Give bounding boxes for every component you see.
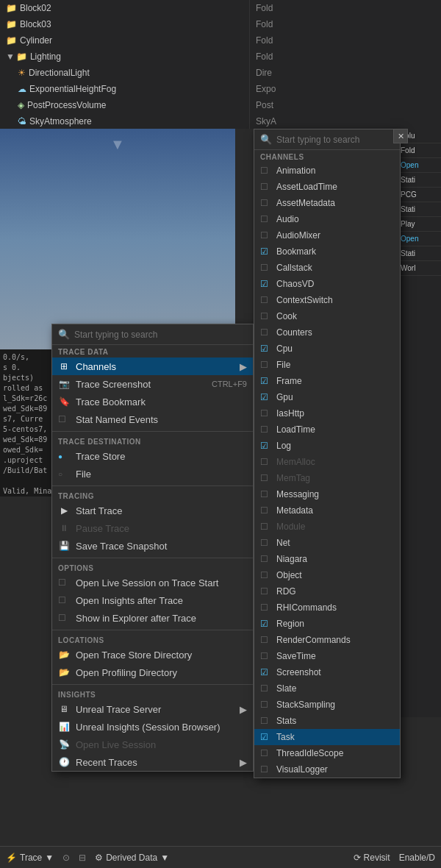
main-menu-search-input[interactable] (74, 330, 247, 340)
insights-icon: 📊 (58, 721, 70, 733)
channel-item-screenshot[interactable]: ☑Screenshot (254, 664, 400, 680)
trace-toolbar-btn[interactable]: ⚡ Trace ▼ (6, 853, 54, 863)
menu-item-trace-screenshot[interactable]: 📷 Trace Screenshot CTRL+F9 (52, 375, 253, 393)
play-icon: ▶ (58, 505, 70, 516)
circle-btn-2[interactable]: ⊟ (79, 853, 86, 863)
menu-item-stat-named-events[interactable]: ☐ Stat Named Events (52, 410, 253, 428)
channel-item-chaosvd[interactable]: ☑ChaosVD (254, 276, 400, 292)
menu-item-open-profiling-dir[interactable]: 📂 Open Profiling Directory (52, 664, 253, 681)
menu-item-recent-traces[interactable]: 🕐 Recent Traces ▶ (52, 753, 253, 771)
channel-label-frame: Frame (276, 376, 394, 386)
channel-label-savetime: SaveTime (276, 651, 394, 661)
unreal-trace-server-label: Unreal Trace Server (76, 704, 237, 715)
tree-item-block02[interactable]: 📁 Block02 (0, 0, 249, 16)
channel-item-region[interactable]: ☑Region (254, 616, 400, 632)
channel-item-task[interactable]: ☑Task (254, 729, 400, 745)
channel-item-iashttp[interactable]: ☐IasHttp (254, 405, 400, 421)
checkbox-file: ☐ (260, 360, 272, 370)
circle-btn-1[interactable]: ⊙ (62, 853, 70, 863)
channel-item-metadata[interactable]: ☐Metadata (254, 502, 400, 519)
channel-item-stacksampling[interactable]: ☐StackSampling (254, 697, 400, 713)
channel-item-animation[interactable]: ☐Animation (254, 163, 400, 179)
camera-icon: 📷 (58, 378, 70, 390)
tree-item-directional-light[interactable]: ☀ DirectionalLight (0, 65, 249, 81)
channel-item-audio[interactable]: ☐Audio (254, 211, 400, 227)
revisit-icon: ⟳ (354, 853, 361, 863)
channel-item-object[interactable]: ☐Object (254, 567, 400, 583)
revisit-btn[interactable]: ⟳ Revisit (354, 853, 390, 863)
channel-item-net[interactable]: ☐Net (254, 535, 400, 551)
open-live-session2-label: Open Live Session (76, 739, 247, 750)
menu-item-open-insights[interactable]: ☐ Open Insights after Trace (52, 591, 253, 609)
menu-item-file-dest[interactable]: ○ File (52, 465, 253, 483)
channel-item-slate[interactable]: ☐Slate (254, 680, 400, 697)
menu-item-save-snapshot[interactable]: 💾 Save Trace Snapshot (52, 537, 253, 555)
channel-label-callstack: Callstack (276, 263, 394, 273)
folder-icon: 📁 (6, 3, 17, 13)
close-channels-button[interactable]: ✕ (393, 129, 408, 143)
viewport-icon: ▼ (110, 136, 125, 153)
menu-item-unreal-trace-server[interactable]: 🖥 Unreal Trace Server ▶ (52, 700, 253, 718)
menu-item-trace-store[interactable]: ● Trace Store (52, 447, 253, 465)
trace-label: Trace (20, 853, 42, 863)
tree-item-cylinder[interactable]: 📁 Cylinder (0, 32, 249, 49)
channel-item-stats[interactable]: ☐Stats (254, 713, 400, 729)
checkbox-assetmetadata: ☐ (260, 198, 272, 208)
menu-item-open-trace-store-dir[interactable]: 📂 Open Trace Store Directory (52, 646, 253, 664)
right-panel-play: Play (398, 217, 441, 232)
channel-item-threadidlescope[interactable]: ☐ThreadIdleScope (254, 745, 400, 761)
checkbox-rdg: ☐ (260, 586, 272, 597)
channel-item-loadtime[interactable]: ☐LoadTime (254, 421, 400, 438)
channel-item-audiomixer[interactable]: ☐AudioMixer (254, 227, 400, 243)
channel-item-rdg[interactable]: ☐RDG (254, 583, 400, 600)
channel-item-counters[interactable]: ☐Counters (254, 324, 400, 341)
channel-item-contextswitch[interactable]: ☐ContextSwitch (254, 292, 400, 308)
channel-item-rhicommands[interactable]: ☐RHICommands (254, 600, 400, 616)
channel-item-log[interactable]: ☑Log (254, 438, 400, 454)
channels-search-bar: 🔍 (254, 129, 400, 150)
channels-label: Channels (76, 361, 237, 372)
channels-search-icon: 🔍 (260, 134, 272, 145)
menu-item-show-in-explorer[interactable]: ☐ Show in Explorer after Trace (52, 609, 253, 627)
checkbox-region: ☑ (260, 619, 272, 629)
tree-item-postprocess[interactable]: ◈ PostProcessVolume (0, 97, 249, 113)
channel-item-cpu[interactable]: ☑Cpu (254, 341, 400, 357)
menu-item-start-trace[interactable]: ▶ Start Trace (52, 502, 253, 519)
channel-item-savetime[interactable]: ☐SaveTime (254, 648, 400, 664)
enable-btn[interactable]: Enable/D (399, 853, 435, 863)
trace-store-label: Trace Store (76, 451, 247, 462)
fog-icon: ☁ (18, 84, 26, 94)
right-col-fold2: Fold (250, 16, 441, 32)
channel-item-gpu[interactable]: ☑Gpu (254, 389, 400, 405)
section-trace-data: TRACE DATA (52, 345, 253, 357)
channel-item-cook[interactable]: ☐Cook (254, 308, 400, 324)
channel-item-visuallogger[interactable]: ☐VisualLogger (254, 761, 400, 778)
open-insights-label: Open Insights after Trace (76, 595, 247, 606)
channel-label-screenshot: Screenshot (276, 667, 394, 677)
tree-item-block03[interactable]: 📁 Block03 (0, 16, 249, 32)
tree-item-sky[interactable]: 🌤 SkyAtmosphere (0, 113, 249, 129)
menu-item-trace-bookmark[interactable]: 🔖 Trace Bookmark (52, 393, 253, 410)
recent-icon: 🕐 (58, 756, 70, 768)
derived-data-btn[interactable]: ⚙ Derived Data ▼ (95, 853, 169, 863)
menu-item-open-live-session-start[interactable]: ☐ Open Live Session on Trace Start (52, 574, 253, 591)
channel-item-messaging[interactable]: ☐Messaging (254, 486, 400, 502)
menu-item-unreal-insights[interactable]: 📊 Unreal Insights (Session Browser) (52, 718, 253, 736)
folder-icon-2: 📂 (58, 666, 70, 678)
channel-label-memalloc: MemAlloc (276, 457, 394, 467)
channel-item-bookmark[interactable]: ☑Bookmark (254, 243, 400, 260)
menu-item-channels[interactable]: ⊞ Channels ▶ (52, 357, 253, 375)
file-dest-label: File (76, 469, 247, 480)
section-options: OPTIONS (52, 561, 253, 574)
channel-item-assetmetadata[interactable]: ☐AssetMetadata (254, 195, 400, 211)
channel-item-assetloadtime[interactable]: ☐AssetLoadTime (254, 179, 400, 195)
tree-item-exp-height-fog[interactable]: ☁ ExponentialHeightFog (0, 81, 249, 97)
channel-item-callstack[interactable]: ☐Callstack (254, 260, 400, 276)
channel-item-file[interactable]: ☐File (254, 357, 400, 373)
channels-search-input[interactable] (276, 135, 394, 145)
tree-item-lighting[interactable]: ▼ 📁 Lighting (0, 49, 249, 65)
channel-item-niagara[interactable]: ☐Niagara (254, 551, 400, 567)
channel-item-frame[interactable]: ☑Frame (254, 373, 400, 389)
channel-label-cpu: Cpu (276, 344, 394, 354)
channel-item-rendercommands[interactable]: ☐RenderCommands (254, 632, 400, 648)
